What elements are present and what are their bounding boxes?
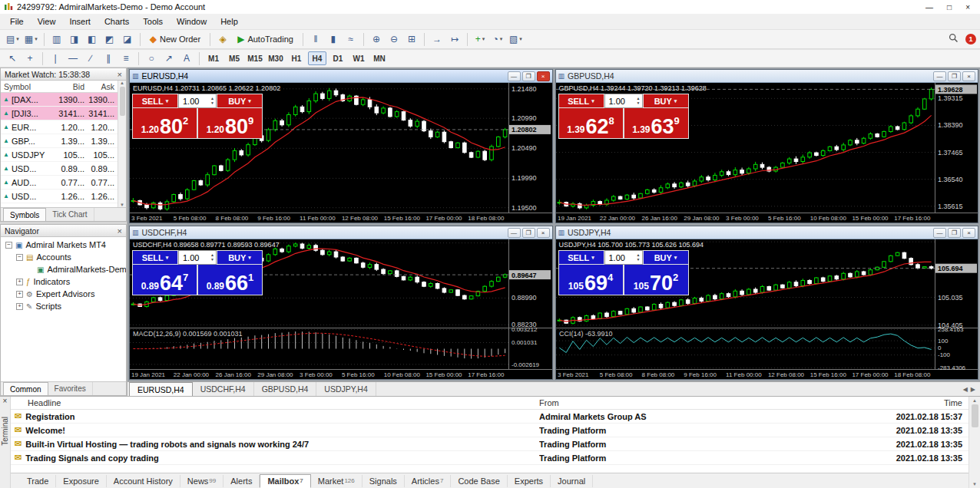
data-window-toggle-button[interactable]: ◨ — [66, 31, 83, 47]
lot-stepper[interactable]: ▲▼ — [637, 97, 642, 105]
mailbox-message-row[interactable]: ✉Welcome!Trading Platform2021.02.18 13:3… — [11, 424, 968, 437]
terminal-tab-signals[interactable]: Signals — [363, 475, 405, 487]
crosshair-tool-button[interactable]: + — [22, 51, 38, 66]
sell-button[interactable]: SELL▾ — [132, 250, 178, 265]
chart-window-titlebar[interactable]: ▥USDCHF,H4—❐× — [130, 226, 552, 239]
sell-price[interactable]: 1.39628 — [558, 108, 624, 139]
chart-minimize-button[interactable]: — — [508, 228, 521, 238]
lot-size-input[interactable]: 1.00▲▼ — [178, 250, 217, 265]
buy-price[interactable]: 1.20809 — [197, 108, 263, 139]
sell-button[interactable]: SELL▾ — [132, 94, 178, 108]
timeframe-m30[interactable]: M30 — [267, 51, 285, 65]
mailbox-message-row[interactable]: ✉Trading Signals and copy tradingTrading… — [11, 451, 968, 465]
window-minimize-button[interactable]: — — [925, 3, 933, 12]
periods-button[interactable]: ◔▾ — [489, 31, 506, 47]
chart-tabs-scroll-left[interactable]: ◀ — [963, 386, 968, 393]
candlestick-chart-mode-button[interactable]: ▮ — [325, 31, 342, 47]
menu-file[interactable]: File — [3, 15, 31, 28]
chart-close-button[interactable]: × — [537, 71, 550, 81]
market-watch-row[interactable]: ▲[DAX...1390...1390... — [1, 93, 118, 107]
vertical-line-tool-button[interactable]: | — [47, 51, 64, 66]
tree-item-scripts[interactable]: +✎Scripts — [1, 300, 126, 312]
tree-item-admiral-markets-mt4[interactable]: −▣Admiral Markets MT4 — [1, 239, 126, 251]
terminal-tab-journal[interactable]: Journal — [551, 475, 593, 487]
menu-insert[interactable]: Insert — [62, 15, 98, 28]
lot-stepper[interactable]: ▲▼ — [210, 97, 216, 105]
buy-button[interactable]: BUY▾ — [217, 94, 263, 108]
tree-expander[interactable]: + — [16, 279, 23, 285]
chart-restore-button[interactable]: ❐ — [948, 228, 961, 238]
bar-chart-mode-button[interactable]: ‖ — [307, 31, 324, 47]
chart-minimize-button[interactable]: — — [933, 71, 946, 81]
market-watch-close-button[interactable]: × — [118, 70, 122, 79]
tree-item-indicators[interactable]: +ƒIndicators — [1, 275, 126, 288]
notification-badge[interactable]: 1 — [965, 34, 976, 45]
chart-window-titlebar[interactable]: ▥EURUSD,H4—❐× — [130, 70, 552, 83]
terminal-close-button[interactable]: × — [3, 397, 8, 406]
text-tool-button[interactable]: A — [178, 51, 195, 66]
chart-canvas[interactable]: 1.393151.383901.374651.365401.356151.396… — [556, 83, 978, 223]
tree-item-admiralmarkets-dem[interactable]: ▣AdmiralMarkets-Dem — [1, 263, 126, 275]
terminal-tab-experts[interactable]: Experts — [508, 475, 551, 487]
metaeditor-button[interactable]: ◈ — [214, 31, 231, 47]
column-ask[interactable]: Ask — [84, 82, 117, 91]
market-watch-toggle-button[interactable]: ▥ — [48, 31, 65, 47]
autotrading-button[interactable]: ▶AutoTrading — [232, 31, 299, 47]
tab-favorites[interactable]: Favorites — [48, 382, 93, 395]
tree-expander[interactable]: + — [16, 303, 23, 310]
timeframe-mn[interactable]: MN — [370, 51, 389, 65]
market-watch-row[interactable]: ▲USD...0.89...0.89... — [1, 162, 118, 176]
chart-minimize-button[interactable]: — — [508, 71, 521, 81]
market-watch-row[interactable]: ▲USDJPY105...105... — [1, 148, 118, 162]
templates-button[interactable]: ▧▾ — [507, 31, 525, 47]
window-maximize-button[interactable]: □ — [947, 3, 952, 12]
buy-price[interactable]: 105702 — [624, 265, 689, 295]
zoom-out-button[interactable]: ⊖ — [386, 31, 402, 47]
fibonacci-tool-button[interactable]: ≡ — [118, 51, 134, 66]
tab-tick-chart[interactable]: Tick Chart — [46, 208, 94, 221]
timeframe-w1[interactable]: W1 — [349, 51, 368, 65]
terminal-tab-code-base[interactable]: Code Base — [451, 475, 507, 487]
market-watch-row[interactable]: ▲USD...1.26...1.26... — [1, 190, 118, 203]
menu-help[interactable]: Help — [214, 15, 245, 28]
menu-window[interactable]: Window — [170, 15, 214, 28]
strategy-tester-toggle-button[interactable]: ◪ — [119, 31, 136, 47]
terminal-tab-articles[interactable]: Articles7 — [405, 475, 452, 487]
timeframe-m15[interactable]: M15 — [246, 51, 264, 65]
market-watch-row[interactable]: ▲[DJI3...3141...3141... — [1, 107, 118, 120]
lot-size-input[interactable]: 1.00▲▼ — [604, 94, 643, 108]
zoom-in-button[interactable]: ⊕ — [368, 31, 385, 47]
tree-expander[interactable] — [27, 266, 34, 273]
mailbox-message-row[interactable]: ✉Built-in Virtual Hosting — trading robo… — [11, 437, 968, 451]
new-chart-button[interactable]: ▤▾ — [4, 31, 22, 47]
buy-button[interactable]: BUY▾ — [643, 250, 689, 265]
chart-close-button[interactable]: × — [962, 228, 975, 238]
lot-size-input[interactable]: 1.00▲▼ — [178, 94, 217, 108]
market-watch-row[interactable]: ▲EUR...1.20...1.20... — [1, 120, 118, 134]
timeframe-m5[interactable]: M5 — [225, 51, 243, 65]
timeframe-h1[interactable]: H1 — [287, 51, 306, 65]
chart-shift-button[interactable]: ↦ — [446, 31, 463, 47]
chart-tabs-scroll-right[interactable]: ▶ — [971, 386, 975, 393]
menu-tools[interactable]: Tools — [136, 15, 170, 28]
navigator-close-button[interactable]: × — [118, 226, 122, 236]
indicators-list-button[interactable]: +▾ — [472, 31, 488, 47]
tile-windows-button[interactable]: ⊞ — [403, 31, 420, 47]
chart-window-titlebar[interactable]: ▥USDJPY,H4—❐× — [556, 226, 978, 239]
terminal-scrollbar[interactable]: ▲▼ — [968, 397, 980, 488]
profiles-button[interactable]: ▦▾ — [22, 31, 40, 47]
buy-button[interactable]: BUY▾ — [643, 94, 689, 108]
chart-tab-usdjpy-h4[interactable]: USDJPY,H4 — [316, 382, 376, 396]
tab-symbols[interactable]: Symbols — [3, 208, 46, 221]
chart-restore-button[interactable]: ❐ — [522, 71, 535, 81]
window-close-button[interactable]: × — [965, 3, 970, 12]
chart-tab-gbpusd-h4[interactable]: GBPUSD,H4 — [254, 382, 317, 396]
chart-canvas[interactable]: 105.035104.405105.6943 Feb 20215 Feb 08:… — [556, 239, 978, 379]
column-symbol[interactable]: Symbol — [1, 82, 50, 91]
timeframe-h4[interactable]: H4 — [308, 51, 326, 65]
tree-item-expert-advisors[interactable]: +⚙Expert Advisors — [1, 288, 126, 300]
trendline-tool-button[interactable]: ∕ — [82, 51, 99, 66]
terminal-tab-alerts[interactable]: Alerts — [223, 475, 260, 487]
column-bid[interactable]: Bid — [50, 82, 84, 91]
lot-size-input[interactable]: 1.00▲▼ — [604, 250, 643, 265]
